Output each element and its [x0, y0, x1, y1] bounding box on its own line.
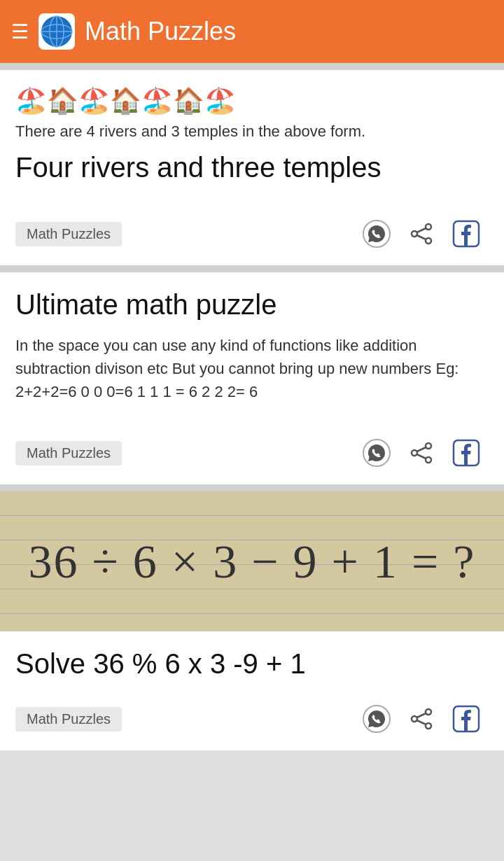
card-subtitle: There are 4 rivers and 3 temples in the … [15, 122, 489, 141]
card-title: Four rivers and three temples [15, 150, 489, 184]
svg-line-10 [417, 235, 426, 239]
card-image: 36 ÷ 6 × 3 − 9 + 1 = ? [0, 491, 504, 631]
svg-point-8 [426, 238, 431, 244]
share-button[interactable] [399, 434, 444, 472]
card-title: Ultimate math puzzle [15, 288, 489, 321]
svg-point-15 [426, 457, 431, 463]
whatsapp-share-button[interactable] [354, 700, 399, 738]
app-header: ☰ Math Puzzles [0, 0, 504, 63]
svg-point-6 [426, 224, 431, 230]
card-title: Solve 36 % 6 x 3 -9 + 1 [15, 647, 489, 680]
separator-2 [0, 265, 504, 272]
share-button[interactable] [399, 700, 444, 738]
svg-point-7 [412, 231, 417, 237]
svg-point-22 [426, 723, 431, 729]
facebook-share-button[interactable] [444, 700, 489, 738]
svg-point-21 [412, 716, 417, 722]
svg-line-17 [417, 454, 426, 458]
facebook-share-button[interactable] [444, 215, 489, 253]
card-tag: Math Puzzles [15, 707, 122, 732]
app-logo [38, 13, 75, 50]
separator-3 [0, 484, 504, 491]
card-image-math: 36 ÷ 6 × 3 − 9 + 1 = ? [29, 534, 476, 589]
whatsapp-share-button[interactable] [354, 215, 399, 253]
separator-1 [0, 63, 504, 70]
card-emojis: 🏖️🏠🏖️🏠🏖️🏠🏖️ [15, 85, 489, 115]
share-button[interactable] [399, 215, 444, 253]
card-footer: Math Puzzles [0, 693, 504, 750]
card-ultimate-math: Ultimate math puzzle In the space you ca… [0, 272, 504, 484]
app-title: Math Puzzles [85, 17, 236, 46]
facebook-share-button[interactable] [444, 434, 489, 472]
svg-line-16 [417, 447, 426, 451]
menu-icon[interactable]: ☰ [11, 20, 29, 43]
svg-point-20 [426, 709, 431, 715]
card-text: In the space you can use any kind of fun… [15, 334, 489, 403]
card-rivers-temples: 🏖️🏠🏖️🏠🏖️🏠🏖️ There are 4 rivers and 3 tem… [0, 70, 504, 265]
svg-line-23 [417, 713, 426, 718]
svg-line-24 [417, 720, 426, 724]
svg-point-13 [426, 443, 431, 449]
card-solve-36: 36 ÷ 6 × 3 − 9 + 1 = ? Solve 36 % 6 x 3 … [0, 491, 504, 750]
card-tag: Math Puzzles [15, 222, 122, 246]
svg-point-14 [412, 450, 417, 456]
svg-line-9 [417, 228, 426, 232]
card-tag: Math Puzzles [15, 441, 122, 465]
whatsapp-share-button[interactable] [354, 434, 399, 472]
card-footer: Math Puzzles [0, 208, 504, 265]
card-footer: Math Puzzles [0, 427, 504, 484]
